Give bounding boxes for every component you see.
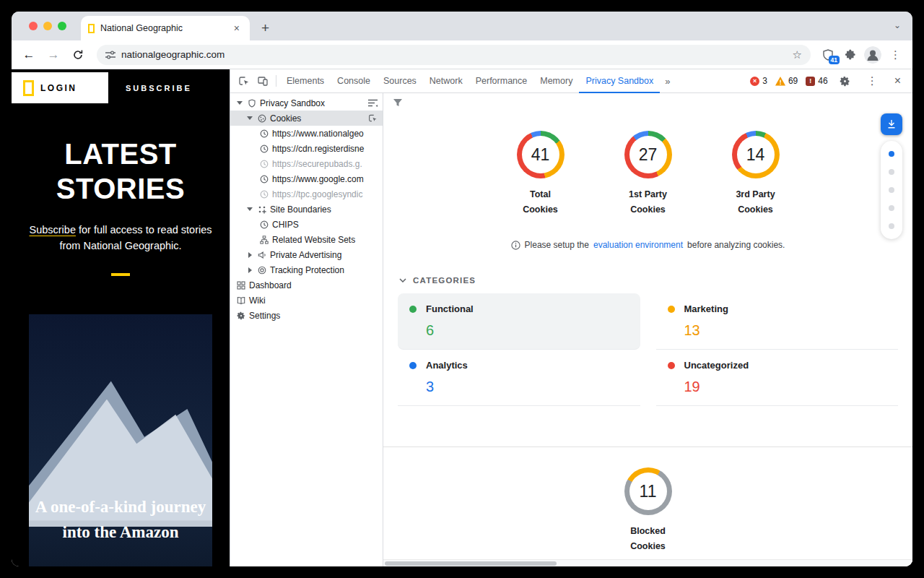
donut-label: Blocked Cookies xyxy=(622,524,674,553)
natgeo-page: LOGIN SUBSCRIBE LATEST STORIES Subscribe… xyxy=(12,69,230,566)
browser-menu-kebab-icon[interactable]: ⋮ xyxy=(886,48,905,61)
category-label: Marketing xyxy=(684,303,728,314)
download-button[interactable] xyxy=(881,113,902,135)
avatar-icon xyxy=(864,46,881,64)
hero-image[interactable]: A one-of-a-kind journey into the Amazon xyxy=(29,314,212,566)
profile-avatar[interactable] xyxy=(864,46,881,64)
tree-item-site-boundaries[interactable]: Site Boundaries xyxy=(230,202,383,217)
tab-console[interactable]: Console xyxy=(331,69,377,93)
devtools-status-cluster: × 3 69 ! 46 ⋮ × xyxy=(750,72,908,90)
tab-elements[interactable]: Elements xyxy=(280,69,331,93)
donut-label: 1st Party Cookies xyxy=(622,187,674,217)
puzzle-icon xyxy=(845,49,856,61)
download-icon xyxy=(886,119,897,129)
blocked-cookies-donut: 11 Blocked Cookies xyxy=(615,467,681,553)
tab-sources[interactable]: Sources xyxy=(377,69,423,93)
devtools-settings-button[interactable] xyxy=(836,72,855,90)
dot-indicator[interactable] xyxy=(889,223,894,229)
tree-item-related-website-sets[interactable]: Related Website Sets xyxy=(230,232,383,247)
tree-item-chips[interactable]: CHIPS xyxy=(230,217,383,232)
tree-item-wiki[interactable]: Wiki xyxy=(230,293,383,308)
tree-item-private-advertising[interactable]: Private Advertising xyxy=(230,247,383,262)
caret-down-icon[interactable] xyxy=(246,207,253,211)
issues-badge[interactable]: ! 46 xyxy=(806,76,827,86)
error-badge[interactable]: × 3 xyxy=(750,76,767,86)
devtools-menu-kebab-icon[interactable]: ⋮ xyxy=(863,74,882,87)
new-tab-button[interactable]: + xyxy=(261,20,269,36)
cookie-extension-button[interactable]: 41 xyxy=(819,46,837,64)
privacy-sandbox-tree: Privacy Sandbox Cookies https://www.nati… xyxy=(230,93,383,566)
category-marketing[interactable]: Marketing 13 xyxy=(656,293,899,350)
subscribe-link[interactable]: Subscribe xyxy=(29,224,75,236)
first-party-cookies-donut: 27 1st Party Cookies xyxy=(615,131,681,217)
tab-memory[interactable]: Memory xyxy=(533,69,579,93)
tree-item-origin[interactable]: https://tpc.googlesyndic xyxy=(230,186,383,202)
dot-indicator[interactable] xyxy=(889,205,894,211)
caret-down-icon[interactable] xyxy=(246,116,253,120)
tree-item-privacy-sandbox[interactable]: Privacy Sandbox xyxy=(230,95,383,111)
category-dot xyxy=(409,306,417,313)
dot-indicator[interactable] xyxy=(889,151,894,157)
warning-badge[interactable]: 69 xyxy=(775,76,798,86)
extensions-button[interactable] xyxy=(841,46,860,64)
tree-item-origin[interactable]: https://cdn.registerdisne xyxy=(230,141,383,156)
target-icon xyxy=(257,265,266,275)
close-tab-icon[interactable]: × xyxy=(231,22,243,35)
reload-button[interactable] xyxy=(68,45,88,65)
close-window-button[interactable] xyxy=(29,22,38,30)
category-dot xyxy=(409,362,417,369)
org-chart-icon xyxy=(259,235,269,244)
maximize-window-button[interactable] xyxy=(58,22,66,30)
bookmark-star-icon[interactable]: ☆ xyxy=(793,48,802,61)
page-dots-indicator xyxy=(881,141,902,239)
dot-indicator[interactable] xyxy=(889,169,894,175)
url-text[interactable]: nationalgeographic.com xyxy=(121,49,225,60)
tree-item-origin[interactable]: https://securepubads.g. xyxy=(230,156,383,171)
caret-down-icon[interactable] xyxy=(236,101,243,105)
donut-label: 3rd Party Cookies xyxy=(730,187,782,217)
tree-item-origin[interactable]: https://www.nationalgeo xyxy=(230,126,383,141)
evaluation-environment-link[interactable]: evaluation environment xyxy=(593,240,683,250)
inspect-cursor-icon[interactable] xyxy=(368,113,378,123)
categories-header[interactable]: CATEGORIES xyxy=(383,276,912,285)
category-functional[interactable]: Functional 6 xyxy=(398,293,640,350)
gear-icon xyxy=(840,76,850,87)
subscribe-button[interactable]: SUBSCRIBE xyxy=(126,84,192,92)
forward-button[interactable]: → xyxy=(43,45,64,65)
filter-funnel-icon[interactable] xyxy=(393,98,403,108)
login-link[interactable]: LOGIN xyxy=(40,83,77,93)
tree-item-tracking-protection[interactable]: Tracking Protection xyxy=(230,262,383,277)
info-icon xyxy=(511,241,520,250)
origin-label: https://securepubads.g. xyxy=(272,159,362,169)
scrollbar-thumb[interactable] xyxy=(385,561,557,566)
close-devtools-icon[interactable]: × xyxy=(890,74,905,87)
tree-item-cookies[interactable]: Cookies xyxy=(230,111,383,126)
tree-label: Settings xyxy=(249,311,280,321)
yellow-divider xyxy=(111,273,130,276)
dot-indicator[interactable] xyxy=(889,187,894,193)
back-button[interactable]: ← xyxy=(19,45,39,65)
clock-icon xyxy=(259,129,269,138)
browser-tab[interactable]: National Geographic × xyxy=(81,16,250,40)
tree-item-dashboard[interactable]: Dashboard xyxy=(230,277,383,293)
natgeo-logo[interactable] xyxy=(23,80,34,96)
inspect-element-button[interactable] xyxy=(235,72,253,90)
tab-network[interactable]: Network xyxy=(423,69,469,93)
caret-right-icon[interactable] xyxy=(246,252,253,258)
tab-performance[interactable]: Performance xyxy=(469,69,534,93)
horizontal-scrollbar[interactable] xyxy=(383,559,912,566)
more-tabs-icon[interactable]: » xyxy=(660,76,675,87)
tab-privacy-sandbox[interactable]: Privacy Sandbox xyxy=(579,69,660,93)
tab-search-chevron-icon[interactable]: ⌄ xyxy=(894,20,901,30)
panel-menu-icon[interactable] xyxy=(368,99,378,107)
minimize-window-button[interactable] xyxy=(43,22,52,30)
device-toolbar-button[interactable] xyxy=(253,72,272,90)
tree-item-settings[interactable]: Settings xyxy=(230,308,383,323)
grid-icon xyxy=(236,280,245,290)
category-uncategorized[interactable]: Uncategorized 19 xyxy=(656,350,899,406)
caret-right-icon[interactable] xyxy=(246,267,253,273)
category-label: Analytics xyxy=(426,360,468,371)
url-bar[interactable]: nationalgeographic.com ☆ xyxy=(97,45,811,65)
tree-item-origin[interactable]: https://www.google.com xyxy=(230,171,383,186)
category-analytics[interactable]: Analytics 3 xyxy=(398,350,640,406)
